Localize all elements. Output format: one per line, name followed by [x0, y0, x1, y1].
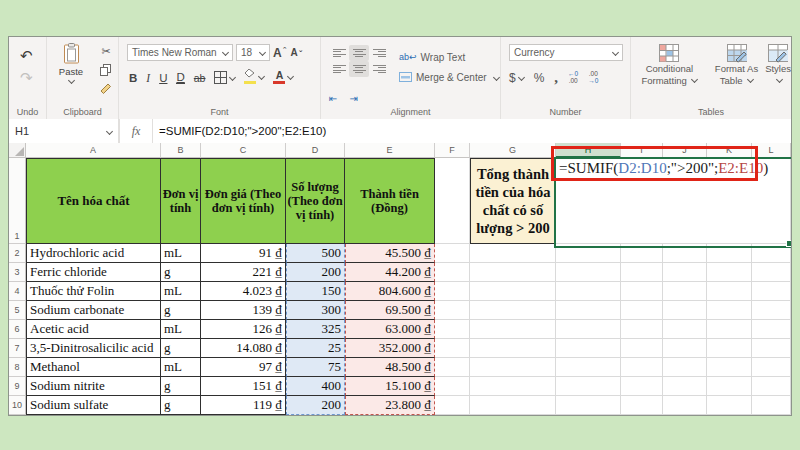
row-header-9[interactable]: 9 — [9, 377, 26, 396]
row-header-10[interactable]: 10 — [9, 396, 26, 415]
empty-cell[interactable] — [435, 339, 470, 358]
empty-cell[interactable] — [435, 301, 470, 320]
redo-icon[interactable]: ↷ — [20, 69, 33, 87]
empty-cell[interactable] — [707, 377, 752, 396]
empty-cell[interactable] — [435, 358, 470, 377]
empty-cell[interactable] — [621, 377, 663, 396]
cell-name[interactable]: Thuốc thử Folin — [26, 282, 161, 301]
cell-qty[interactable]: 200 — [286, 263, 345, 282]
empty-cell[interactable] — [435, 377, 470, 396]
cell-F1[interactable] — [435, 158, 470, 244]
cell-price[interactable]: 91 ₫ — [201, 244, 286, 263]
fill-color-button[interactable] — [244, 68, 264, 84]
cell-price[interactable]: 221 ₫ — [201, 263, 286, 282]
cell-total[interactable]: 352.000 ₫ — [345, 339, 435, 358]
cell-name[interactable]: Acetic acid — [26, 320, 161, 339]
decrease-font-size-button[interactable]: A⌄ — [291, 46, 304, 58]
cell-total[interactable]: 23.800 ₫ — [345, 396, 435, 415]
wrap-text-button[interactable]: ab↩ Wrap Text — [399, 47, 499, 67]
empty-cell[interactable] — [556, 301, 621, 320]
empty-cell[interactable] — [556, 263, 621, 282]
font-name-select[interactable]: Times New Roman — [127, 44, 233, 61]
align-top-button[interactable] — [329, 45, 349, 61]
empty-cell[interactable] — [707, 282, 752, 301]
empty-cell[interactable] — [621, 358, 663, 377]
column-header-K[interactable]: K — [707, 143, 752, 158]
paste-button[interactable]: Paste — [53, 43, 89, 83]
empty-cell[interactable] — [663, 244, 707, 263]
cell-total[interactable]: 15.100 ₫ — [345, 377, 435, 396]
cell-name[interactable]: 3,5-Dinitrosalicilic acid — [26, 339, 161, 358]
cell-qty[interactable]: 200 — [286, 396, 345, 415]
cell-unit[interactable]: g — [161, 263, 201, 282]
format-painter-icon[interactable] — [100, 82, 112, 94]
cell-total[interactable]: 44.200 ₫ — [345, 263, 435, 282]
increase-decimal-button[interactable]: ←0.00 — [568, 71, 578, 85]
empty-cell[interactable] — [707, 263, 752, 282]
cell-unit[interactable]: g — [161, 301, 201, 320]
empty-cell[interactable] — [556, 320, 621, 339]
borders-button[interactable] — [214, 71, 235, 84]
cell-unit[interactable]: g — [161, 377, 201, 396]
row-header-2[interactable]: 2 — [9, 244, 26, 263]
empty-cell[interactable] — [435, 396, 470, 415]
empty-cell[interactable] — [663, 396, 707, 415]
conditional-formatting-button[interactable]: Conditional Formatting — [631, 43, 708, 87]
align-middle-button[interactable] — [349, 45, 369, 61]
cell-unit[interactable]: g — [161, 339, 201, 358]
cell-name[interactable]: Methanol — [26, 358, 161, 377]
cell-price[interactable]: 151 ₫ — [201, 377, 286, 396]
cell-qty[interactable]: 75 — [286, 358, 345, 377]
empty-cell[interactable] — [752, 263, 791, 282]
empty-cell[interactable] — [435, 244, 470, 263]
percent-style-button[interactable]: % — [534, 71, 545, 85]
column-header-E[interactable]: E — [345, 143, 435, 158]
font-size-select[interactable]: 18 — [236, 44, 270, 61]
cell-qty[interactable]: 150 — [286, 282, 345, 301]
table-header-cell[interactable]: Tên hóa chất — [26, 158, 161, 244]
empty-cell[interactable] — [470, 263, 556, 282]
cell-name[interactable]: Sodium carbonate — [26, 301, 161, 320]
cell-price[interactable]: 119 ₫ — [201, 396, 286, 415]
empty-cell[interactable] — [556, 244, 621, 263]
font-color-button[interactable]: A — [273, 70, 293, 85]
empty-cell[interactable] — [470, 339, 556, 358]
empty-cell[interactable] — [556, 396, 621, 415]
decrease-indent-icon[interactable]: ⇤ — [329, 93, 337, 104]
empty-cell[interactable] — [621, 320, 663, 339]
cell-total[interactable]: 63.000 ₫ — [345, 320, 435, 339]
cell-unit[interactable]: mL — [161, 282, 201, 301]
row-header-5[interactable]: 5 — [9, 301, 26, 320]
strikethrough-button[interactable]: ab — [194, 72, 206, 84]
cell-name[interactable]: Sodium nitrite — [26, 377, 161, 396]
empty-cell[interactable] — [435, 282, 470, 301]
cell-total[interactable]: 69.500 ₫ — [345, 301, 435, 320]
empty-cell[interactable] — [470, 244, 556, 263]
increase-indent-icon[interactable]: ⇥ — [349, 93, 357, 104]
empty-cell[interactable] — [621, 263, 663, 282]
empty-cell[interactable] — [470, 377, 556, 396]
empty-cell[interactable] — [707, 320, 752, 339]
empty-cell[interactable] — [752, 358, 791, 377]
cell-unit[interactable]: mL — [161, 358, 201, 377]
empty-cell[interactable] — [470, 358, 556, 377]
name-box[interactable]: H1 — [9, 119, 120, 143]
row-header-1[interactable]: 1 — [9, 158, 26, 244]
column-header-B[interactable]: B — [161, 143, 201, 158]
cell-unit[interactable]: mL — [161, 320, 201, 339]
empty-cell[interactable] — [663, 263, 707, 282]
table-header-cell[interactable]: Đơn vị tính — [161, 158, 201, 244]
cell-name[interactable]: Hydrochloric acid — [26, 244, 161, 263]
cell-price[interactable]: 139 ₫ — [201, 301, 286, 320]
empty-cell[interactable] — [752, 377, 791, 396]
cell-name[interactable]: Ferric chloride — [26, 263, 161, 282]
empty-cell[interactable] — [435, 320, 470, 339]
column-header-A[interactable]: A — [26, 143, 161, 158]
empty-cell[interactable] — [707, 301, 752, 320]
column-header-G[interactable]: G — [470, 143, 556, 158]
empty-cell[interactable] — [556, 282, 621, 301]
summary-label-cell[interactable]: Tổng thành tiền của hóa chất có số lượng… — [470, 158, 556, 244]
cell-price[interactable]: 126 ₫ — [201, 320, 286, 339]
column-header-F[interactable]: F — [435, 143, 470, 158]
cell-total[interactable]: 804.600 ₫ — [345, 282, 435, 301]
